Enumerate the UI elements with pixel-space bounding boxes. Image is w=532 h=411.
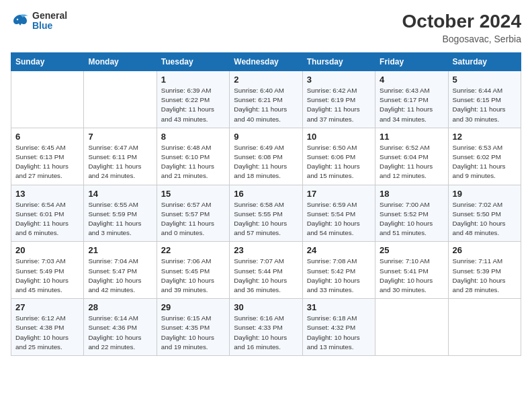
day-number: 8 bbox=[161, 132, 225, 142]
day-number: 15 bbox=[161, 189, 225, 199]
calendar-table: SundayMondayTuesdayWednesdayThursdayFrid… bbox=[11, 52, 521, 356]
day-detail: Sunrise: 6:49 AM Sunset: 6:08 PM Dayligh… bbox=[234, 143, 298, 181]
day-detail: Sunrise: 6:14 AM Sunset: 4:36 PM Dayligh… bbox=[88, 314, 152, 352]
col-header-saturday: Saturday bbox=[448, 53, 521, 71]
calendar-cell: 30Sunrise: 6:16 AM Sunset: 4:33 PM Dayli… bbox=[230, 299, 302, 356]
calendar-cell bbox=[375, 299, 448, 356]
calendar-cell: 18Sunrise: 7:00 AM Sunset: 5:52 PM Dayli… bbox=[375, 185, 448, 242]
day-number: 7 bbox=[88, 132, 152, 142]
day-detail: Sunrise: 6:48 AM Sunset: 6:10 PM Dayligh… bbox=[161, 143, 225, 181]
calendar-cell: 8Sunrise: 6:48 AM Sunset: 6:10 PM Daylig… bbox=[157, 128, 229, 185]
day-number: 23 bbox=[234, 245, 298, 255]
calendar-cell: 6Sunrise: 6:45 AM Sunset: 6:13 PM Daylig… bbox=[11, 128, 84, 185]
day-number: 29 bbox=[161, 302, 225, 312]
day-detail: Sunrise: 7:10 AM Sunset: 5:41 PM Dayligh… bbox=[380, 257, 443, 295]
day-number: 30 bbox=[234, 302, 298, 312]
calendar-cell: 31Sunrise: 6:18 AM Sunset: 4:32 PM Dayli… bbox=[302, 299, 375, 356]
day-number: 12 bbox=[453, 132, 517, 142]
col-header-thursday: Thursday bbox=[302, 53, 375, 71]
day-number: 31 bbox=[307, 302, 371, 312]
calendar-week-row: 27Sunrise: 6:12 AM Sunset: 4:38 PM Dayli… bbox=[11, 299, 521, 356]
day-number: 4 bbox=[380, 75, 443, 85]
calendar-header-row: SundayMondayTuesdayWednesdayThursdayFrid… bbox=[11, 53, 521, 71]
day-number: 26 bbox=[453, 245, 517, 255]
calendar-cell: 10Sunrise: 6:50 AM Sunset: 6:06 PM Dayli… bbox=[302, 128, 375, 185]
logo: General Blue bbox=[11, 11, 67, 32]
day-number: 20 bbox=[15, 245, 79, 255]
day-number: 22 bbox=[161, 245, 225, 255]
day-detail: Sunrise: 6:42 AM Sunset: 6:19 PM Dayligh… bbox=[307, 86, 371, 124]
day-detail: Sunrise: 6:57 AM Sunset: 5:57 PM Dayligh… bbox=[161, 200, 225, 238]
logo-icon bbox=[11, 13, 30, 28]
col-header-sunday: Sunday bbox=[11, 53, 84, 71]
day-detail: Sunrise: 6:16 AM Sunset: 4:33 PM Dayligh… bbox=[234, 314, 298, 352]
day-number: 5 bbox=[453, 75, 517, 85]
calendar-cell: 24Sunrise: 7:08 AM Sunset: 5:42 PM Dayli… bbox=[302, 242, 375, 299]
calendar-cell: 5Sunrise: 6:44 AM Sunset: 6:15 PM Daylig… bbox=[448, 71, 521, 128]
day-number: 27 bbox=[15, 302, 79, 312]
day-number: 25 bbox=[380, 245, 443, 255]
calendar-cell: 12Sunrise: 6:53 AM Sunset: 6:02 PM Dayli… bbox=[448, 128, 521, 185]
day-number: 17 bbox=[307, 189, 371, 199]
title-block: October 2024 Bogosavac, Serbia bbox=[402, 11, 521, 44]
col-header-wednesday: Wednesday bbox=[230, 53, 302, 71]
day-number: 24 bbox=[307, 245, 371, 255]
calendar-cell: 25Sunrise: 7:10 AM Sunset: 5:41 PM Dayli… bbox=[375, 242, 448, 299]
day-detail: Sunrise: 6:59 AM Sunset: 5:54 PM Dayligh… bbox=[307, 200, 371, 238]
day-number: 6 bbox=[15, 132, 79, 142]
location-label: Bogosavac, Serbia bbox=[402, 34, 521, 44]
calendar-cell: 26Sunrise: 7:11 AM Sunset: 5:39 PM Dayli… bbox=[448, 242, 521, 299]
calendar-cell: 3Sunrise: 6:42 AM Sunset: 6:19 PM Daylig… bbox=[302, 71, 375, 128]
calendar-cell: 29Sunrise: 6:15 AM Sunset: 4:35 PM Dayli… bbox=[157, 299, 229, 356]
calendar-cell: 2Sunrise: 6:40 AM Sunset: 6:21 PM Daylig… bbox=[230, 71, 302, 128]
calendar-week-row: 1Sunrise: 6:39 AM Sunset: 6:22 PM Daylig… bbox=[11, 71, 521, 128]
day-detail: Sunrise: 7:00 AM Sunset: 5:52 PM Dayligh… bbox=[380, 200, 443, 238]
day-detail: Sunrise: 6:44 AM Sunset: 6:15 PM Dayligh… bbox=[453, 86, 517, 124]
calendar-cell: 27Sunrise: 6:12 AM Sunset: 4:38 PM Dayli… bbox=[11, 299, 84, 356]
day-detail: Sunrise: 6:58 AM Sunset: 5:55 PM Dayligh… bbox=[234, 200, 298, 238]
calendar-cell: 28Sunrise: 6:14 AM Sunset: 4:36 PM Dayli… bbox=[84, 299, 157, 356]
calendar-cell: 17Sunrise: 6:59 AM Sunset: 5:54 PM Dayli… bbox=[302, 185, 375, 242]
day-detail: Sunrise: 6:45 AM Sunset: 6:13 PM Dayligh… bbox=[15, 143, 79, 181]
day-detail: Sunrise: 6:15 AM Sunset: 4:35 PM Dayligh… bbox=[161, 314, 225, 352]
calendar-cell: 4Sunrise: 6:43 AM Sunset: 6:17 PM Daylig… bbox=[375, 71, 448, 128]
calendar-cell: 19Sunrise: 7:02 AM Sunset: 5:50 PM Dayli… bbox=[448, 185, 521, 242]
day-number: 18 bbox=[380, 189, 443, 199]
calendar-week-row: 20Sunrise: 7:03 AM Sunset: 5:49 PM Dayli… bbox=[11, 242, 521, 299]
day-number: 3 bbox=[307, 75, 371, 85]
calendar-cell: 21Sunrise: 7:04 AM Sunset: 5:47 PM Dayli… bbox=[84, 242, 157, 299]
day-number: 2 bbox=[234, 75, 298, 85]
day-number: 1 bbox=[161, 75, 225, 85]
day-detail: Sunrise: 7:08 AM Sunset: 5:42 PM Dayligh… bbox=[307, 257, 371, 295]
day-detail: Sunrise: 7:11 AM Sunset: 5:39 PM Dayligh… bbox=[453, 257, 517, 295]
day-number: 11 bbox=[380, 132, 443, 142]
calendar-week-row: 13Sunrise: 6:54 AM Sunset: 6:01 PM Dayli… bbox=[11, 185, 521, 242]
calendar-week-row: 6Sunrise: 6:45 AM Sunset: 6:13 PM Daylig… bbox=[11, 128, 521, 185]
day-detail: Sunrise: 6:39 AM Sunset: 6:22 PM Dayligh… bbox=[161, 86, 225, 124]
day-detail: Sunrise: 6:50 AM Sunset: 6:06 PM Dayligh… bbox=[307, 143, 371, 181]
day-detail: Sunrise: 6:47 AM Sunset: 6:11 PM Dayligh… bbox=[88, 143, 152, 181]
day-number: 13 bbox=[15, 189, 79, 199]
day-detail: Sunrise: 7:03 AM Sunset: 5:49 PM Dayligh… bbox=[15, 257, 79, 295]
day-number: 21 bbox=[88, 245, 152, 255]
day-number: 10 bbox=[307, 132, 371, 142]
calendar-cell bbox=[448, 299, 521, 356]
day-detail: Sunrise: 6:55 AM Sunset: 5:59 PM Dayligh… bbox=[88, 200, 152, 238]
page-header: General Blue October 2024 Bogosavac, Ser… bbox=[11, 11, 521, 44]
day-detail: Sunrise: 6:40 AM Sunset: 6:21 PM Dayligh… bbox=[234, 86, 298, 124]
day-detail: Sunrise: 6:52 AM Sunset: 6:04 PM Dayligh… bbox=[380, 143, 443, 181]
day-number: 19 bbox=[453, 189, 517, 199]
day-number: 28 bbox=[88, 302, 152, 312]
day-detail: Sunrise: 6:12 AM Sunset: 4:38 PM Dayligh… bbox=[15, 314, 79, 352]
col-header-monday: Monday bbox=[84, 53, 157, 71]
day-detail: Sunrise: 7:02 AM Sunset: 5:50 PM Dayligh… bbox=[453, 200, 517, 238]
day-detail: Sunrise: 7:07 AM Sunset: 5:44 PM Dayligh… bbox=[234, 257, 298, 295]
col-header-tuesday: Tuesday bbox=[157, 53, 229, 71]
day-detail: Sunrise: 7:06 AM Sunset: 5:45 PM Dayligh… bbox=[161, 257, 225, 295]
calendar-cell: 14Sunrise: 6:55 AM Sunset: 5:59 PM Dayli… bbox=[84, 185, 157, 242]
calendar-cell: 13Sunrise: 6:54 AM Sunset: 6:01 PM Dayli… bbox=[11, 185, 84, 242]
calendar-cell: 11Sunrise: 6:52 AM Sunset: 6:04 PM Dayli… bbox=[375, 128, 448, 185]
day-number: 14 bbox=[88, 189, 152, 199]
calendar-cell: 16Sunrise: 6:58 AM Sunset: 5:55 PM Dayli… bbox=[230, 185, 302, 242]
logo-text: General Blue bbox=[32, 11, 67, 32]
